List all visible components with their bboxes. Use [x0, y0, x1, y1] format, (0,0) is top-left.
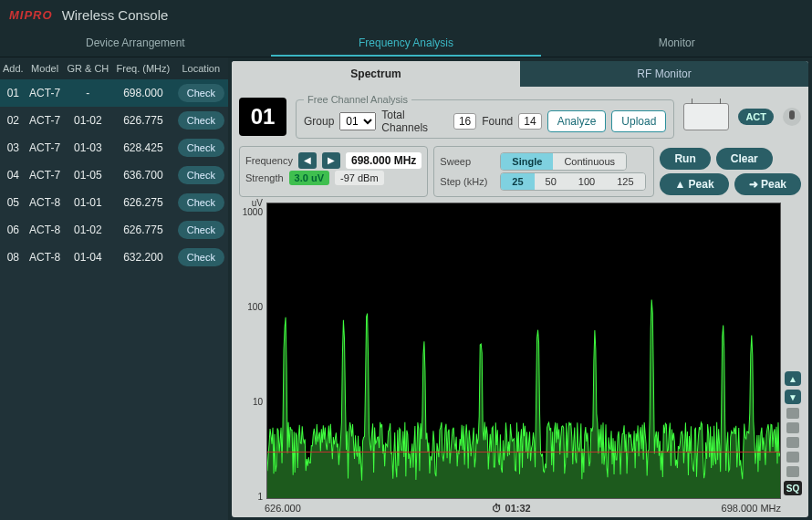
table-row[interactable]: 04ACT-701-05636.700Check [0, 161, 228, 189]
x-min: 626.000 [265, 503, 301, 514]
tab-monitor[interactable]: Monitor [541, 29, 812, 57]
cell-freq: 626.275 [112, 189, 173, 216]
cell-model: ACT-8 [26, 189, 64, 216]
sweep-continuous[interactable]: Continuous [553, 153, 626, 170]
spectrum-chart: uV 1000 100 10 1 ▲ ▼ SQ [232, 203, 808, 501]
threshold-line [267, 452, 780, 452]
group-select[interactable]: 01 [339, 112, 376, 130]
cell-freq: 632.200 [112, 244, 173, 271]
table-row[interactable]: 01ACT-7-698.000Check [0, 79, 228, 107]
table-row[interactable]: 05ACT-801-01626.275Check [0, 189, 228, 216]
col-grch: GR & CH [64, 57, 113, 79]
clear-button[interactable]: Clear [716, 148, 773, 170]
table-row[interactable]: 06ACT-801-02626.775Check [0, 216, 228, 244]
table-row[interactable]: 03ACT-701-03628.425Check [0, 134, 228, 161]
microphone-icon [783, 108, 801, 126]
cell-model: ACT-7 [26, 107, 64, 134]
strength-dbm: -97 dBm [335, 171, 384, 185]
app-title: Wireless Console [62, 7, 169, 23]
marker-slot[interactable] [786, 437, 799, 448]
toolbar: 01 Free Channel Analysis Group 01 Total … [232, 87, 808, 146]
frequency-strength-panel: Frequency ◀ ▶ 698.000 MHz Strength 3.0 u… [239, 146, 428, 197]
group-label: Group [304, 115, 334, 128]
cell-grch: 01-04 [64, 244, 113, 271]
cell-model: ACT-8 [26, 216, 64, 244]
check-button[interactable]: Check [178, 221, 224, 239]
peak-up-button[interactable]: ▲ Peak [660, 173, 728, 195]
act-badge: ACT [738, 109, 774, 125]
sweep-label: Sweep [440, 156, 494, 167]
cell-model: ACT-7 [26, 161, 64, 189]
receiver-icon [683, 103, 729, 130]
table-row[interactable]: 02ACT-701-02626.775Check [0, 107, 228, 134]
scroll-down-button[interactable]: ▼ [785, 390, 801, 404]
ytick-100: 100 [247, 301, 263, 311]
cell-freq: 626.775 [112, 107, 173, 134]
ytick-1: 1 [257, 491, 263, 501]
freq-prev-button[interactable]: ◀ [298, 152, 317, 169]
ytick-10: 10 [253, 396, 263, 406]
check-button[interactable]: Check [178, 111, 224, 130]
subtab-rf-monitor[interactable]: RF Monitor [520, 61, 808, 87]
table-row[interactable]: 08ACT-801-04632.200Check [0, 244, 228, 271]
sub-tabs: Spectrum RF Monitor [232, 61, 808, 87]
plot-side-controls: ▲ ▼ SQ [783, 203, 803, 499]
col-add: Add. [0, 57, 26, 79]
step-125[interactable]: 125 [606, 173, 644, 190]
frequency-label: Frequency [245, 155, 293, 166]
scroll-up-button[interactable]: ▲ [785, 371, 801, 386]
upload-button[interactable]: Upload [611, 110, 666, 132]
clock-icon: ⏱ [492, 503, 502, 514]
step-label: Step (kHz) [440, 176, 494, 187]
cell-freq: 628.425 [112, 134, 173, 161]
cell-add: 02 [0, 107, 26, 134]
strength-label: Strength [245, 172, 284, 183]
cell-model: ACT-7 [26, 134, 64, 161]
free-channel-analysis-group: Free Channel Analysis Group 01 Total Cha… [296, 94, 674, 139]
marker-slot[interactable] [786, 466, 799, 477]
cell-add: 01 [0, 79, 26, 107]
x-max: 698.000 MHz [722, 503, 781, 514]
title-bar: MIPRO Wireless Console [0, 0, 812, 29]
cell-freq: 698.000 [112, 79, 173, 107]
col-model: Model [26, 57, 64, 79]
y-axis: uV 1000 100 10 1 [237, 203, 265, 499]
peak-next-button[interactable]: ➜ Peak [734, 173, 801, 195]
cell-model: ACT-8 [26, 244, 64, 271]
marker-slot[interactable] [786, 452, 799, 463]
cell-model: ACT-7 [26, 79, 64, 107]
current-channel-box: 01 [239, 98, 286, 136]
step-size-segment: 25 50 100 125 [500, 172, 645, 191]
step-50[interactable]: 50 [535, 173, 567, 190]
strength-uv: 3.0 uV [289, 171, 329, 185]
cell-grch: 01-01 [64, 189, 113, 216]
check-button[interactable]: Check [178, 84, 224, 102]
run-button[interactable]: Run [660, 148, 710, 170]
tab-device-arrangement[interactable]: Device Arrangement [0, 29, 271, 57]
cell-freq: 626.775 [112, 216, 173, 244]
step-25[interactable]: 25 [501, 173, 534, 190]
spectrum-plot[interactable] [266, 203, 781, 499]
check-button[interactable]: Check [178, 166, 224, 184]
cell-add: 03 [0, 134, 26, 161]
cell-add: 04 [0, 161, 26, 189]
col-freq: Freq. (MHz) [112, 57, 173, 79]
sweep-mode-segment: Single Continuous [500, 152, 627, 171]
check-button[interactable]: Check [178, 193, 224, 212]
analyze-button[interactable]: Analyze [547, 110, 607, 132]
check-button[interactable]: Check [178, 248, 224, 266]
marker-slot[interactable] [786, 408, 799, 419]
step-100[interactable]: 100 [567, 173, 606, 190]
cell-freq: 636.700 [112, 161, 173, 189]
sweep-single[interactable]: Single [501, 153, 553, 170]
device-table: Add. Model GR & CH Freq. (MHz) Location … [0, 57, 228, 271]
sq-indicator: SQ [784, 481, 802, 495]
freq-next-button[interactable]: ▶ [322, 152, 340, 169]
marker-slot[interactable] [786, 422, 799, 433]
subtab-spectrum[interactable]: Spectrum [232, 61, 520, 87]
cell-grch: 01-05 [64, 161, 113, 189]
cell-grch: 01-03 [64, 134, 113, 161]
tab-frequency-analysis[interactable]: Frequency Analysis [271, 29, 542, 57]
check-button[interactable]: Check [178, 139, 224, 157]
cell-add: 08 [0, 244, 26, 271]
